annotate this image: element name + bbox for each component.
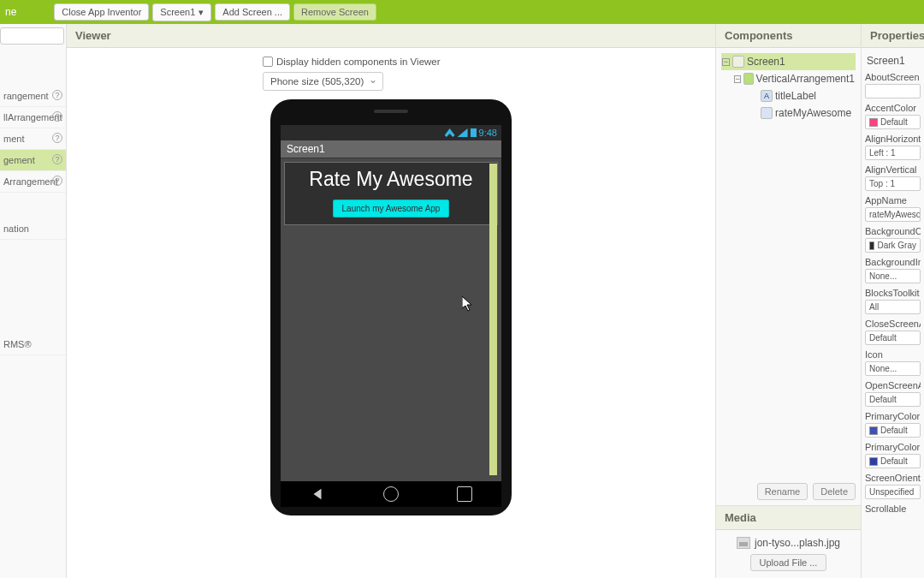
prop-bgcolor: BackgroundColoDark Gray [865,226,921,253]
palette-item[interactable]: rangement? [0,86,66,107]
main-layout: rangement? llArrangement? ment? gement? … [0,24,924,578]
signal-icon [458,128,468,137]
tree-label-row[interactable]: A titleLabel [721,87,856,104]
bg-color-select[interactable]: Dark Gray [865,238,921,253]
rename-button[interactable]: Rename [757,483,808,500]
chevron-down-icon: ▾ [198,7,204,18]
orientation-select[interactable]: Unspecified [865,485,921,499]
palette-search-input[interactable] [0,27,64,45]
wifi-icon [445,128,455,137]
prop-scrollable: Scrollable [865,504,921,514]
scroll-indicator [489,164,497,475]
color-swatch-icon [869,457,878,466]
media-panel: Media jon-tyso...plash.jpg Upload File .… [716,505,861,578]
button-icon [761,107,773,119]
prop-accent: AccentColorDefault [865,103,921,129]
palette-panel: rangement? llArrangement? ment? gement? … [0,24,67,578]
help-icon[interactable]: ? [52,90,62,100]
accent-color-select[interactable]: Default [865,115,921,129]
components-header: Components [716,24,861,48]
status-time: 9:48 [479,128,497,138]
back-icon [310,486,325,502]
prop-primary: PrimaryColorDefault [865,411,921,438]
app-canvas[interactable]: Rate My Awesome Launch my Awesome App [281,158,501,481]
image-icon [737,537,750,549]
phone-mockup: 9:48 Screen1 Rate My Awesome Launch my A… [270,99,512,515]
palette-category[interactable]: nation [0,218,66,240]
checkbox-icon [263,57,273,67]
component-actions: Rename Delete [716,478,861,505]
launch-app-button[interactable]: Launch my Awesome App [333,200,450,217]
prop-primarydark: PrimaryColorDaDefault [865,442,921,468]
collapse-icon[interactable]: − [734,75,741,83]
prop-blocks: BlocksToolkitAll [865,288,921,314]
primary-color-select[interactable]: Default [865,423,921,438]
close-app-inventor-button[interactable]: Close App Inventor [54,3,149,21]
blocks-toolkit-select[interactable]: All [865,300,921,314]
about-input[interactable] [865,84,921,98]
prop-bgimage: BackgroundImaNone... [865,257,921,283]
title-label[interactable]: Rate My Awesome [309,168,472,191]
appname-input[interactable]: rateMyAwesome [865,207,921,222]
label-icon: A [761,90,773,102]
tree-screen-row[interactable]: − Screen1 [721,53,856,70]
color-swatch-icon [869,426,878,435]
collapse-icon[interactable]: − [722,58,730,66]
bg-image-select[interactable]: None... [865,269,921,283]
display-hidden-checkbox[interactable]: Display hidden components in Viewer [263,57,441,67]
prop-closeanim: CloseScreenAniDefault [865,319,921,345]
palette-category[interactable]: RMS® [0,334,66,355]
prop-icon: IconNone... [865,349,921,376]
primary-dark-select[interactable]: Default [865,454,921,468]
help-icon[interactable]: ? [52,111,62,122]
tree-va-row[interactable]: − VerticalArrangement1 [721,70,856,87]
project-name-fragment: ne [5,6,50,18]
home-icon [383,486,399,502]
add-screen-button[interactable]: Add Screen ... [215,3,290,21]
icon-select[interactable]: None... [865,361,921,376]
battery-icon [471,128,477,137]
align-vertical-select[interactable]: Top : 1 [865,176,921,191]
help-icon[interactable]: ? [52,176,62,186]
viewer-body: Display hidden components in Viewer Phon… [67,48,715,578]
layout-icon [743,73,754,85]
prop-about: AboutScreen [865,72,921,98]
prop-alignv: AlignVerticalTop : 1 [865,164,921,191]
media-header: Media [716,506,861,530]
palette-item[interactable]: gement? [0,150,66,171]
upload-file-button[interactable]: Upload File ... [750,554,827,571]
align-horizontal-select[interactable]: Left : 1 [865,146,921,160]
remove-screen-button[interactable]: Remove Screen [293,3,376,21]
open-anim-select[interactable]: Default [865,392,921,407]
palette-item[interactable]: ment? [0,128,66,150]
tree-button-row[interactable]: rateMyAwesome [721,104,856,122]
phone-statusbar: 9:48 [281,125,501,140]
viewer-panel: Viewer Display hidden components in View… [67,24,715,578]
phone-screen[interactable]: 9:48 Screen1 Rate My Awesome Launch my A… [281,125,501,507]
help-icon[interactable]: ? [52,133,62,143]
palette-item[interactable]: llArrangement? [0,107,66,128]
properties-list: Screen1 AboutScreen AccentColorDefault A… [862,48,924,521]
viewer-header: Viewer [67,24,715,48]
screen-selector-label: Screen1 [160,7,195,17]
screen-selector-dropdown[interactable]: Screen1 ▾ [152,3,211,21]
phone-earpiece-icon [374,110,408,113]
media-file-row[interactable]: jon-tyso...plash.jpg [737,537,840,549]
delete-button[interactable]: Delete [813,483,856,500]
close-anim-select[interactable]: Default [865,331,921,345]
right-panels: Components − Screen1 − VerticalArrangeme… [715,24,924,578]
prop-appname: AppNamerateMyAwesome [865,195,921,222]
vertical-arrangement[interactable]: Rate My Awesome Launch my Awesome App [284,162,498,225]
phone-navbar [281,481,501,507]
screen-title-bar: Screen1 [281,140,501,158]
properties-subject: Screen1 [865,51,921,72]
color-swatch-icon [869,241,874,250]
prop-alignh: AlignHorizontalLeft : 1 [865,134,921,160]
properties-panel: Properties Screen1 AboutScreen AccentCol… [861,24,924,578]
palette-item[interactable]: Arrangement? [0,171,66,193]
phone-size-select[interactable]: Phone size (505,320) [263,72,383,91]
prop-openanim: OpenScreenAniDefault [865,380,921,407]
color-swatch-icon [869,118,878,127]
help-icon[interactable]: ? [52,154,62,164]
top-toolbar: ne Close App Inventor Screen1 ▾ Add Scre… [0,0,924,24]
